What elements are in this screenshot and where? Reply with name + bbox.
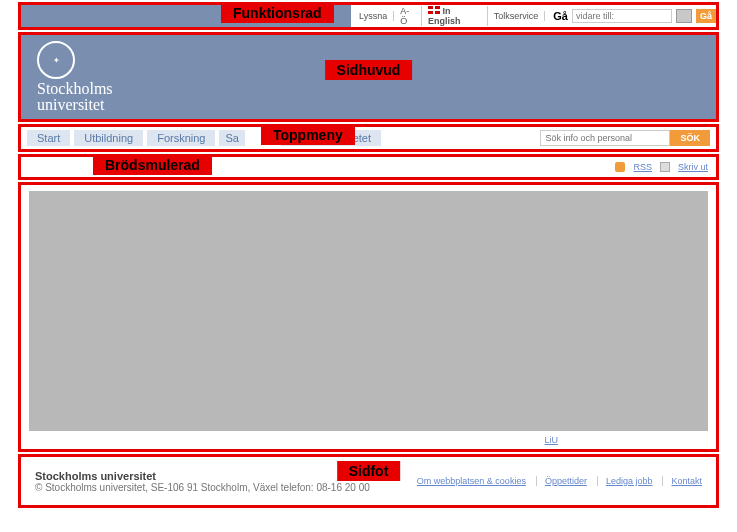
footer-left: Stockholms universitet © Stockholms univ… <box>35 470 370 493</box>
footer-link-jobb[interactable]: Lediga jobb <box>597 476 653 486</box>
uk-flag-icon <box>428 6 440 14</box>
content-caption: LiU <box>29 431 708 445</box>
topmenu: Start Utbildning Forskning Sa Om univers… <box>21 127 716 149</box>
content-liu-link[interactable]: LiU <box>544 435 708 445</box>
footer-links: Om webbplatsen & cookies Öppettider Ledi… <box>409 476 702 486</box>
breadcrumb-label: Brödsmulerad <box>93 155 212 175</box>
funcbar: Lyssna A-Ö In English Tolkservice Gå Gå <box>21 5 716 27</box>
content-section: LiU <box>18 182 719 452</box>
footer-link-cookies[interactable]: Om webbplatsen & cookies <box>409 476 526 486</box>
footer-title: Stockholms universitet <box>35 470 156 482</box>
header-section: Sidhuvud ✦ Stockholms universitet <box>18 32 719 122</box>
search-input[interactable] <box>540 130 670 146</box>
funcbar-link-tolk[interactable]: Tolkservice <box>494 11 546 21</box>
goto-box: Gå Gå <box>553 9 716 23</box>
topmenu-item-start[interactable]: Start <box>27 130 70 146</box>
search-button[interactable]: SÖK <box>670 130 710 146</box>
topmenu-item-utbildning[interactable]: Utbildning <box>74 130 143 146</box>
footer-section: Sidfot Stockholms universitet © Stockhol… <box>18 454 719 508</box>
topmenu-label: Toppmeny <box>261 125 355 145</box>
footer-label: Sidfot <box>337 461 401 481</box>
content-placeholder <box>29 191 708 431</box>
university-crest-icon: ✦ <box>37 41 75 79</box>
rss-link[interactable]: RSS <box>633 162 652 172</box>
header-label: Sidhuvud <box>325 60 413 80</box>
topmenu-item-forskning[interactable]: Forskning <box>147 130 215 146</box>
logo-wrap[interactable]: ✦ Stockholms universitet <box>37 41 113 113</box>
topmenu-section: Toppmeny Start Utbildning Forskning Sa O… <box>18 124 719 152</box>
print-link[interactable]: Skriv ut <box>678 162 708 172</box>
search-box: SÖK <box>540 130 710 146</box>
funcbar-link-lyssna[interactable]: Lyssna <box>359 11 394 21</box>
goto-input[interactable] <box>572 9 672 23</box>
footer-link-oppettider[interactable]: Öppettider <box>536 476 587 486</box>
breadcrumb-section: Brödsmulerad RSS Skriv ut <box>18 154 719 180</box>
funcbar-section: Funktionsrad Lyssna A-Ö In English Tolks… <box>18 2 719 30</box>
topmenu-item-sa[interactable]: Sa <box>219 130 244 146</box>
funcbar-label: Funktionsrad <box>221 3 334 23</box>
footer-link-kontakt[interactable]: Kontakt <box>662 476 702 486</box>
uni-name-2: universitet <box>37 97 105 113</box>
rss-icon[interactable] <box>615 162 625 172</box>
funcbar-links: Lyssna A-Ö In English Tolkservice <box>351 6 553 26</box>
funcbar-link-english[interactable]: In English <box>428 6 488 26</box>
uni-name-1: Stockholms <box>37 81 113 97</box>
print-icon[interactable] <box>660 162 670 172</box>
goto-prefix: Gå <box>553 10 568 22</box>
footer-copyright: © Stockholms universitet, SE-106 91 Stoc… <box>35 482 370 493</box>
breadcrumb-right: RSS Skriv ut <box>615 162 708 172</box>
funcbar-link-ao[interactable]: A-Ö <box>400 6 422 26</box>
goto-button[interactable]: Gå <box>696 9 716 23</box>
goto-dropdown-icon[interactable] <box>676 9 692 23</box>
